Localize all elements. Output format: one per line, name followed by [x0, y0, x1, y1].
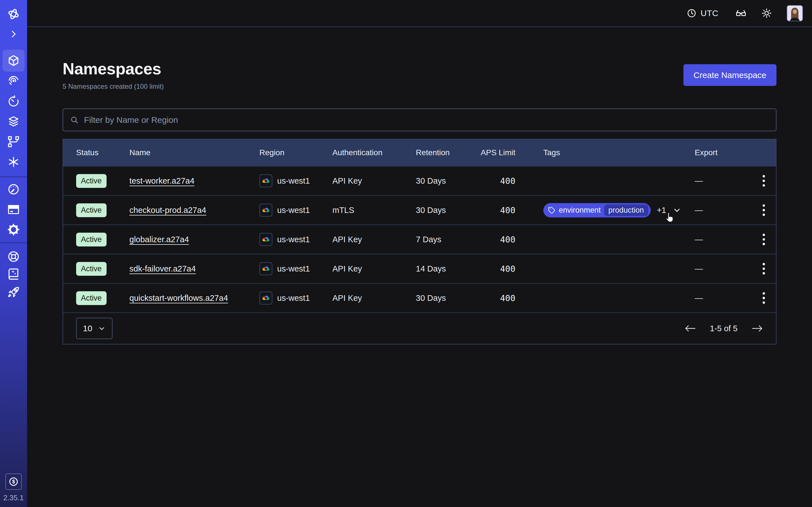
namespaces-table: Status Name Region Authentication Retent… [63, 139, 776, 344]
page-size-select[interactable]: 10 [76, 318, 112, 339]
col-region: Region [259, 148, 333, 157]
clock-icon [687, 8, 697, 18]
badge-dollar-icon: $ [8, 476, 19, 487]
namespace-link[interactable]: test-worker.a27a4 [130, 176, 195, 185]
col-aps-limit: APS Limit [480, 148, 515, 157]
temporal-logo[interactable] [7, 7, 20, 21]
col-name: Name [130, 148, 259, 157]
row-menu-button[interactable] [752, 233, 776, 246]
namespace-link[interactable]: globalizer.a27a4 [130, 235, 189, 244]
status-cell: Active [63, 262, 130, 276]
row-menu-button[interactable] [752, 174, 776, 187]
retention-cell: 7 Days [416, 235, 480, 244]
status-badge: Active [76, 233, 107, 246]
tags-cell: environment production +1 [543, 203, 695, 217]
status-cell: Active [63, 291, 130, 305]
auth-cell: mTLS [333, 206, 416, 215]
sidebar-item-batch-operations[interactable] [7, 156, 20, 168]
chevron-down-icon [98, 325, 106, 332]
user-avatar[interactable] [786, 5, 803, 21]
filter-bar[interactable] [63, 108, 776, 131]
aps-limit-cell: 400 [480, 205, 515, 215]
sidebar-item-support[interactable] [7, 250, 20, 263]
pager: 1-5 of 5 [684, 324, 763, 333]
sidebar-item-namespaces[interactable] [7, 54, 20, 67]
region-label: us-west1 [277, 176, 310, 186]
gcp-region-icon [259, 204, 272, 217]
plan-badge[interactable]: $ [5, 473, 22, 490]
table-body: Active test-worker.a27a4 [63, 166, 776, 313]
sidebar-item-workflows[interactable] [7, 74, 20, 87]
row-menu-button[interactable] [752, 204, 776, 217]
sidebar-item-schedules[interactable] [7, 95, 20, 108]
filter-input[interactable] [84, 115, 769, 125]
name-cell: sdk-failover.a27a4 [130, 264, 259, 274]
gcp-region-icon [259, 262, 272, 275]
layers-icon [7, 115, 20, 128]
theme-toggle[interactable] [761, 8, 772, 18]
sidebar-item-docs[interactable] [7, 268, 20, 281]
sidebar-item-deployments[interactable] [7, 115, 20, 128]
asterisk-icon [7, 156, 20, 168]
labs-toggle[interactable] [735, 8, 747, 19]
export-cell: — [695, 206, 752, 215]
app-version: 2.35.1 [0, 494, 27, 502]
region-cell: us-west1 [259, 174, 333, 187]
sidebar-item-nexus[interactable] [7, 135, 20, 148]
namespace-link[interactable]: quickstart-workflows.a27a4 [130, 293, 228, 302]
row-menu-button[interactable] [752, 262, 776, 275]
next-page-button[interactable] [751, 324, 763, 333]
tag-pill[interactable]: environment production [543, 203, 651, 217]
region-label: us-west1 [277, 264, 310, 274]
region-cell: us-west1 [259, 262, 333, 275]
tag-key: environment [559, 206, 601, 215]
col-retention: Retention [416, 148, 480, 157]
page-subtitle: 5 Namespaces created (100 limit) [63, 82, 164, 91]
book-sparkles-icon [7, 268, 20, 281]
row-menu-button[interactable] [752, 291, 776, 304]
kebab-menu-icon [762, 204, 766, 217]
name-cell: checkout-prod.a27a4 [130, 206, 259, 215]
namespace-link[interactable]: sdk-failover.a27a4 [130, 264, 196, 273]
expand-chevron-right-icon[interactable] [9, 29, 18, 39]
kebab-menu-icon [762, 233, 766, 246]
auth-cell: API Key [333, 293, 416, 303]
sidebar-item-getting-started[interactable] [7, 286, 20, 299]
region-label: us-west1 [277, 293, 310, 303]
name-cell: quickstart-workflows.a27a4 [130, 293, 259, 303]
arrow-left-icon [684, 324, 696, 333]
sidebar-item-billing[interactable] [7, 203, 20, 216]
table-row: Active quickstart-workflows.a27a4 [63, 283, 776, 313]
tag-expand-button[interactable] [672, 206, 681, 215]
sidebar-item-usage[interactable] [7, 183, 20, 196]
pipeline-icon [7, 135, 20, 148]
timezone-label: UTC [701, 8, 718, 18]
create-namespace-button[interactable]: Create Namespace [683, 64, 776, 86]
prev-page-button[interactable] [684, 324, 696, 333]
auth-cell: API Key [333, 235, 416, 244]
status-cell: Active [63, 174, 130, 188]
kebab-menu-icon [762, 291, 766, 304]
table-row: Active sdk-failover.a27a4 [63, 254, 776, 283]
retention-cell: 30 Days [416, 206, 480, 215]
name-cell: test-worker.a27a4 [130, 176, 259, 186]
sidebar-item-settings[interactable] [7, 223, 20, 236]
gcp-region-icon [259, 174, 272, 187]
table-row: Active test-worker.a27a4 [63, 166, 776, 195]
main-content: Namespaces 5 Namespaces created (100 lim… [27, 27, 812, 507]
tag-icon [548, 207, 555, 214]
export-cell: — [695, 293, 752, 303]
table-footer: 10 1-5 of 5 [63, 313, 776, 344]
table-row: Active globalizer.a27a4 [63, 224, 776, 254]
sidebar: $ 2.35.1 [0, 0, 27, 507]
tag-more-count: +1 [657, 206, 666, 215]
gcp-region-icon [259, 291, 272, 304]
eye-orbit-icon [7, 74, 20, 87]
namespace-link[interactable]: checkout-prod.a27a4 [130, 206, 206, 215]
region-label: us-west1 [277, 206, 310, 215]
retention-cell: 30 Days [416, 293, 480, 303]
region-cell: us-west1 [259, 233, 333, 246]
col-authentication: Authentication [333, 148, 416, 157]
timezone-selector[interactable]: UTC [687, 8, 718, 18]
timer-icon [7, 95, 20, 108]
